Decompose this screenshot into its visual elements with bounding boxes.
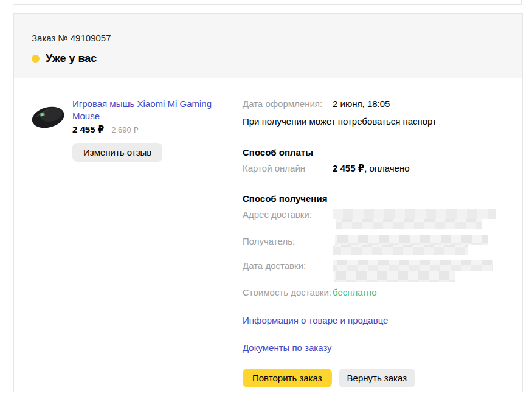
redacted-block [335, 235, 488, 245]
delivery-cost-row: Стоимость доставки: бесплатно [243, 286, 506, 299]
redacted-block [333, 209, 496, 219]
payment-amount-status: , оплачено [364, 163, 409, 173]
delivery-date-label: Дата доставки: [243, 260, 333, 272]
order-card: Заказ № 49109057 Уже у вас [13, 13, 523, 392]
recipient-redacted [333, 235, 488, 255]
delivery-address-redacted [333, 209, 496, 229]
delivery-address-row: Адрес доставки: [243, 209, 506, 229]
redacted-block [336, 219, 482, 229]
order-date-label: Дата оформления: [243, 98, 333, 110]
payment-method-heading: Способ оплаты [243, 146, 506, 159]
order-card-body: Игровая мышь Xiaomi Mi Gaming Mouse 2 45… [14, 78, 522, 387]
gaming-mouse-icon [30, 102, 66, 132]
payment-method-row: Картой онлайн 2 455 ₽, оплачено [243, 162, 506, 175]
delivery-address-label: Адрес доставки: [243, 209, 333, 221]
payment-method-label: Картой онлайн [243, 162, 333, 175]
redacted-block [334, 271, 455, 282]
order-documents-link[interactable]: Документы по заказу [243, 342, 332, 354]
price-row: 2 455 ₽ 2 690 ₽ [72, 124, 221, 135]
recipient-label: Получатель: [243, 235, 333, 248]
payment-amount: 2 455 ₽, оплачено [333, 162, 410, 175]
redacted-block [333, 260, 493, 271]
return-order-button[interactable]: Вернуть заказ [339, 369, 416, 387]
delivery-cost-label: Стоимость доставки: [243, 286, 333, 299]
order-actions: Повторить заказ Вернуть заказ [243, 369, 506, 387]
product-title-link[interactable]: Игровая мышь Xiaomi Mi Gaming Mouse [72, 98, 221, 122]
repeat-order-button[interactable]: Повторить заказ [243, 369, 332, 387]
edit-review-button[interactable]: Изменить отзыв [72, 143, 162, 162]
product-column: Игровая мышь Xiaomi Mi Gaming Mouse 2 45… [30, 98, 243, 387]
order-number: Заказ № 49109057 [32, 32, 504, 44]
delivery-date-redacted [333, 260, 493, 282]
order-date-row: Дата оформления: 2 июня, 18:05 [243, 98, 506, 110]
passport-note: При получении может потребоваться паспор… [243, 116, 506, 128]
recipient-row: Получатель: [243, 235, 506, 255]
previous-card-bottom-edge [13, 0, 522, 5]
redacted-block [333, 245, 468, 255]
product-old-price: 2 690 ₽ [111, 125, 138, 134]
product-info: Игровая мышь Xiaomi Mi Gaming Mouse 2 45… [72, 98, 221, 162]
order-status-text: Уже у вас [46, 51, 97, 66]
order-details-column: Дата оформления: 2 июня, 18:05 При получ… [243, 98, 506, 387]
delivery-date-row: Дата доставки: [243, 260, 506, 282]
delivery-cost-value: бесплатно [333, 286, 377, 299]
delivery-method-heading: Способ получения [243, 192, 506, 205]
order-status-row: Уже у вас [32, 51, 504, 66]
order-date-value: 2 июня, 18:05 [333, 98, 390, 110]
status-dot-icon [32, 55, 40, 63]
product-image[interactable] [30, 102, 66, 132]
product-row: Игровая мышь Xiaomi Mi Gaming Mouse 2 45… [30, 98, 243, 162]
order-card-header: Заказ № 49109057 Уже у вас [14, 14, 522, 78]
product-seller-info-link[interactable]: Информация о товаре и продавце [243, 314, 388, 327]
links-block: Информация о товаре и продавце Документы… [243, 299, 506, 354]
payment-amount-sum: 2 455 ₽ [333, 163, 364, 173]
product-price: 2 455 ₽ [72, 124, 104, 135]
